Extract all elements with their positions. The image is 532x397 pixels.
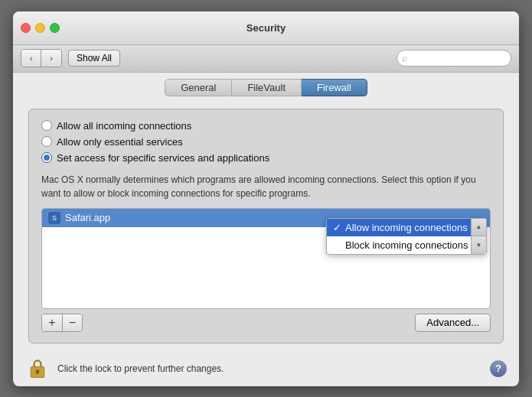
add-button[interactable]: +	[42, 314, 62, 331]
lock-button[interactable]	[25, 356, 50, 381]
stepper-up[interactable]: ▲	[472, 219, 486, 237]
dropdown-stepper: ▲ ▼	[471, 219, 486, 254]
dropdown-item-allow[interactable]: Allow incoming connections	[327, 219, 486, 236]
tab-general[interactable]: General	[165, 79, 232, 96]
description-text: Mac OS X normally determines which progr…	[41, 173, 491, 200]
radio-btn-essential[interactable]	[41, 136, 52, 147]
help-button[interactable]: ?	[490, 360, 507, 377]
toolbar: ‹ › Show All ⌕	[13, 45, 519, 73]
search-input[interactable]	[397, 50, 511, 67]
lock-icon	[27, 357, 48, 380]
window-title: Security	[246, 22, 286, 34]
radio-label-essential: Allow only essential services	[57, 136, 183, 148]
search-icon: ⌕	[402, 53, 407, 63]
maximize-button[interactable]	[50, 23, 60, 33]
svg-rect-2	[37, 371, 39, 374]
app-list-row[interactable]: S Safari.app Allow incoming connections …	[42, 209, 490, 227]
search-box: ⌕	[397, 50, 511, 67]
tab-firewall[interactable]: Firewall	[302, 79, 367, 96]
tab-filevault[interactable]: FileVault	[232, 79, 302, 96]
add-remove-buttons: + −	[41, 314, 83, 332]
dropdown-menu: Allow incoming connections Block incomin…	[326, 218, 487, 255]
list-controls: + − Advanced...	[41, 314, 491, 332]
main-window: Security ‹ › Show All ⌕ General FileVaul…	[13, 11, 519, 386]
footer: Click the lock to prevent further change…	[13, 351, 519, 386]
nav-buttons: ‹ ›	[21, 49, 62, 67]
safari-icon: S	[48, 212, 60, 224]
app-list: S Safari.app Allow incoming connections …	[41, 208, 491, 309]
app-name: Safari.app	[65, 212, 110, 223]
advanced-button[interactable]: Advanced...	[415, 314, 491, 332]
title-bar: Security	[13, 11, 519, 45]
radio-allow-all[interactable]: Allow all incoming connections	[41, 120, 491, 132]
radio-btn-specific[interactable]	[41, 152, 52, 163]
traffic-lights	[21, 23, 60, 33]
radio-btn-allow-all[interactable]	[41, 120, 52, 131]
minimize-button[interactable]	[35, 23, 45, 33]
radio-group: Allow all incoming connections Allow onl…	[41, 120, 491, 164]
close-button[interactable]	[21, 23, 31, 33]
radio-essential[interactable]: Allow only essential services	[41, 136, 491, 148]
remove-button[interactable]: −	[62, 314, 82, 331]
dropdown-item-block[interactable]: Block incoming connections	[327, 236, 486, 254]
radio-label-specific: Set access for specific services and app…	[57, 152, 269, 164]
tabs-bar: General FileVault Firewall	[13, 73, 519, 101]
radio-label-allow-all: Allow all incoming connections	[57, 120, 191, 132]
back-button[interactable]: ‹	[21, 50, 41, 67]
content-panel: Allow all incoming connections Allow onl…	[28, 109, 504, 343]
show-all-button[interactable]: Show All	[68, 50, 120, 67]
radio-specific[interactable]: Set access for specific services and app…	[41, 152, 491, 164]
content-area: Allow all incoming connections Allow onl…	[13, 101, 519, 351]
footer-text: Click the lock to prevent further change…	[57, 363, 224, 374]
forward-button[interactable]: ›	[41, 50, 61, 67]
stepper-down[interactable]: ▼	[472, 236, 486, 254]
